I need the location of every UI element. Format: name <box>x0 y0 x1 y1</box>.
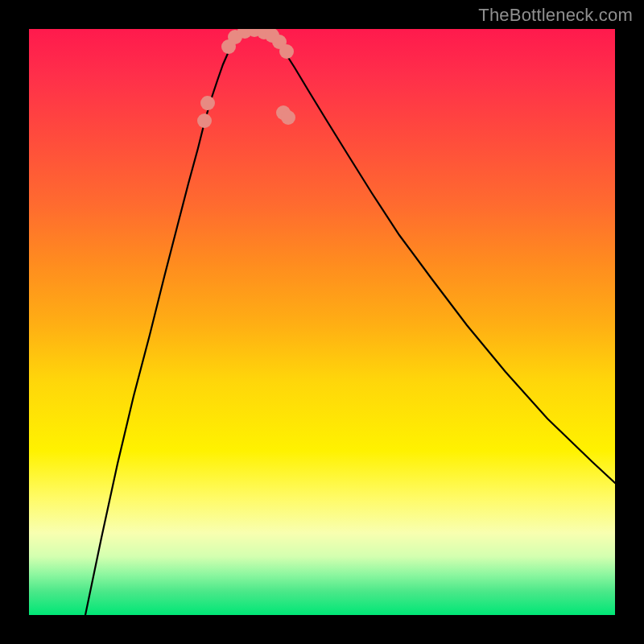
marker-dot <box>200 96 215 110</box>
watermark-label: TheBottleneck.com <box>478 5 633 26</box>
marker-dot <box>281 110 295 125</box>
marker-dot <box>279 44 294 59</box>
chart-frame: TheBottleneck.com <box>0 0 644 644</box>
plot-area <box>29 29 615 615</box>
marker-dot <box>197 114 212 128</box>
curve-path <box>85 30 615 615</box>
curve-markers <box>197 29 295 128</box>
bottleneck-curve <box>29 29 615 615</box>
